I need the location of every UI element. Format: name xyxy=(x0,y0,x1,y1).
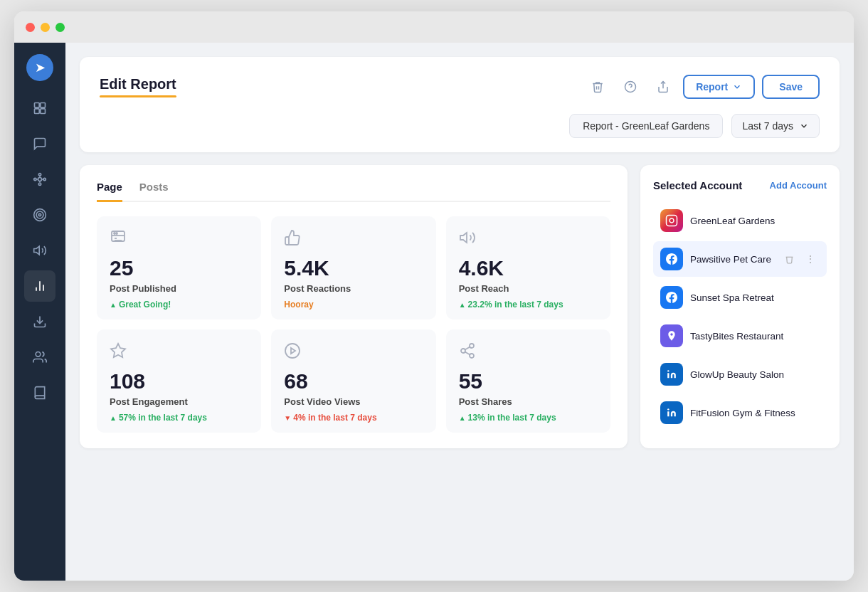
account-item-pawsitive[interactable]: Pawsitive Pet Care ⋮ xyxy=(653,241,827,277)
svg-point-4 xyxy=(38,178,42,181)
post-engagement-value: 108 xyxy=(110,369,248,393)
logo-icon: ➤ xyxy=(35,60,46,75)
svg-point-6 xyxy=(38,183,41,185)
status-arrow-up-reach xyxy=(459,300,466,310)
svg-point-33 xyxy=(461,349,465,353)
post-reach-status: 23.2% in the last 7 days xyxy=(459,300,598,310)
accounts-card: Selected Account Add Account GreenLeaf G… xyxy=(640,165,840,448)
svg-point-27 xyxy=(116,233,117,234)
svg-point-34 xyxy=(470,354,474,358)
account-avatar-pawsitive xyxy=(660,248,683,270)
account-name-fitfusion: FitFusion Gym & Fitness xyxy=(690,408,820,418)
accounts-title: Selected Account xyxy=(653,179,742,191)
metric-tile-post-reach: 4.6K Post Reach 23.2% in the last 7 days xyxy=(446,216,610,319)
svg-point-15 xyxy=(38,213,41,216)
post-engagement-label: Post Engagement xyxy=(110,396,248,407)
post-shares-status: 13% in the last 7 days xyxy=(459,413,598,423)
sidebar-item-dashboard[interactable] xyxy=(24,92,55,124)
svg-point-26 xyxy=(114,233,115,234)
account-avatar-glowup xyxy=(660,363,683,386)
sidebar: ➤ xyxy=(14,43,65,581)
page-title: Edit Report xyxy=(100,76,176,92)
account-item-sunset[interactable]: Sunset Spa Retreat xyxy=(653,280,827,315)
content-row: Page Posts 25 Post Published xyxy=(80,165,840,448)
metrics-grid: 25 Post Published Great Going! xyxy=(97,216,610,433)
account-avatar-sunset xyxy=(660,286,683,309)
save-button[interactable]: Save xyxy=(762,75,820,99)
titlebar xyxy=(14,11,854,43)
add-account-button[interactable]: Add Account xyxy=(770,180,827,191)
svg-point-7 xyxy=(34,178,36,180)
post-video-views-value: 68 xyxy=(284,369,423,393)
post-shares-icon xyxy=(459,342,598,364)
post-reactions-status: Hooray xyxy=(284,300,423,310)
post-engagement-icon xyxy=(110,342,248,364)
account-item-fitfusion[interactable]: FitFusion Gym & Fitness xyxy=(653,395,827,430)
account-item-tasty[interactable]: TastyBites Restaurant xyxy=(653,318,827,354)
sidebar-item-megaphone[interactable] xyxy=(24,235,55,266)
sidebar-item-library[interactable] xyxy=(24,377,55,408)
report-button[interactable]: Report xyxy=(683,75,755,99)
status-arrow-up xyxy=(110,300,117,310)
account-item-glowup[interactable]: GlowUp Beauty Salon xyxy=(653,356,827,392)
sidebar-item-chat[interactable] xyxy=(24,128,55,159)
post-published-status: Great Going! xyxy=(110,300,248,310)
share-button[interactable] xyxy=(650,74,676,100)
post-reach-icon xyxy=(459,229,598,250)
traffic-light-red[interactable] xyxy=(26,23,35,32)
account-name-greenleaf: GreenLeaf Gardens xyxy=(690,216,820,226)
svg-marker-29 xyxy=(111,344,125,357)
post-engagement-status: 57% in the last 7 days xyxy=(110,413,248,423)
app-body: ➤ xyxy=(14,43,854,581)
tab-posts[interactable]: Posts xyxy=(139,181,169,202)
post-reach-value: 4.6K xyxy=(459,256,598,280)
svg-rect-2 xyxy=(35,109,40,114)
svg-line-35 xyxy=(465,352,470,355)
help-button[interactable] xyxy=(618,74,643,100)
main-content: Edit Report Rep xyxy=(65,43,854,581)
accounts-header: Selected Account Add Account xyxy=(653,179,827,191)
sidebar-logo[interactable]: ➤ xyxy=(26,54,53,81)
delete-button[interactable] xyxy=(585,74,610,100)
post-reactions-value: 5.4K xyxy=(284,256,423,280)
sidebar-item-target[interactable] xyxy=(24,199,55,231)
svg-point-32 xyxy=(470,344,474,348)
account-actions-pawsitive: ⋮ xyxy=(780,250,820,268)
title-underline xyxy=(100,95,176,97)
sidebar-item-network[interactable] xyxy=(24,164,55,195)
post-published-icon xyxy=(110,229,248,250)
svg-point-42 xyxy=(667,408,669,410)
svg-point-40 xyxy=(667,370,669,371)
header-actions: Report Save xyxy=(585,74,820,100)
sidebar-item-download[interactable] xyxy=(24,306,55,337)
traffic-light-yellow[interactable] xyxy=(41,23,50,32)
delete-account-pawsitive[interactable] xyxy=(780,250,798,268)
edit-report-card: Edit Report Rep xyxy=(80,57,840,152)
post-published-label: Post Published xyxy=(110,283,248,294)
svg-marker-28 xyxy=(460,233,467,243)
svg-point-14 xyxy=(36,211,43,218)
more-account-pawsitive[interactable]: ⋮ xyxy=(801,250,820,268)
tab-page[interactable]: Page xyxy=(97,181,122,202)
svg-rect-1 xyxy=(41,103,46,108)
svg-marker-31 xyxy=(291,348,295,354)
sidebar-item-audience[interactable] xyxy=(24,342,55,373)
status-arrow-up-engagement xyxy=(110,413,117,423)
post-video-views-status: 4% in the last 7 days xyxy=(284,413,423,423)
svg-rect-3 xyxy=(41,109,46,114)
date-filter-select[interactable]: Last 7 days xyxy=(731,114,820,138)
account-name-tasty: TastyBites Restaurant xyxy=(690,331,820,342)
account-avatar-greenleaf xyxy=(660,209,683,232)
traffic-light-green[interactable] xyxy=(55,23,65,32)
metric-tile-post-shares: 55 Post Shares 13% in the last 7 days xyxy=(446,329,610,433)
svg-rect-0 xyxy=(35,103,40,108)
status-arrow-down-video xyxy=(284,413,291,423)
sidebar-item-analytics[interactable] xyxy=(24,270,55,302)
account-avatar-tasty xyxy=(660,324,683,347)
svg-point-8 xyxy=(43,178,46,180)
svg-marker-16 xyxy=(34,246,40,255)
account-item-greenleaf[interactable]: GreenLeaf Gardens xyxy=(653,203,827,238)
svg-rect-39 xyxy=(667,373,669,378)
report-filter-row: Report - GreenLeaf Gardens Last 7 days xyxy=(100,114,820,138)
post-published-value: 25 xyxy=(110,256,248,280)
